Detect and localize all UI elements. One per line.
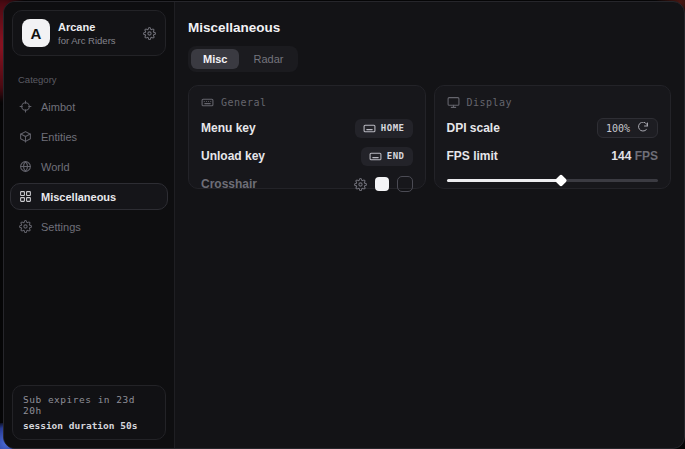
app-window: A Arcane for Arc Riders Category Aimbot (3, 1, 685, 449)
sidebar: A Arcane for Arc Riders Category Aimbot (4, 2, 175, 448)
sidebar-item-label: Entities (41, 131, 77, 143)
profile-gear-icon[interactable] (143, 27, 156, 40)
display-card: Display DPI scale 100% FPS limit 144 FPS (434, 85, 672, 189)
fps-unit: FPS (635, 149, 658, 163)
grid-icon (19, 190, 32, 203)
app-logo: A (22, 19, 50, 47)
sidebar-item-miscellaneous[interactable]: Miscellaneous (10, 183, 168, 210)
display-card-title: Display (467, 97, 513, 108)
sidebar-item-label: World (41, 161, 70, 173)
fps-number: 144 (611, 149, 631, 163)
crosshair-controls (354, 176, 413, 192)
fps-limit-slider[interactable] (447, 175, 659, 185)
unload-key-row: Unload key END (201, 147, 413, 165)
cube-icon (19, 130, 32, 143)
fps-slider-thumb[interactable] (554, 174, 567, 187)
tab-bar: Misc Radar (188, 46, 298, 72)
session-duration-text: session duration 50s (23, 420, 155, 431)
monitor-icon (447, 96, 460, 109)
profile-card[interactable]: A Arcane for Arc Riders (12, 10, 166, 56)
sidebar-item-aimbot[interactable]: Aimbot (10, 93, 168, 120)
sub-expiry-text: Sub expires in 23d 20h (23, 394, 155, 416)
menu-key-row: Menu key HOME (201, 119, 413, 137)
fps-slider-fill (447, 179, 561, 182)
unload-key-label: Unload key (201, 149, 265, 163)
app-name: Arcane (58, 21, 135, 33)
crosshair-row: Crosshair (201, 175, 413, 193)
sidebar-item-entities[interactable]: Entities (10, 123, 168, 150)
fps-limit-value: 144 FPS (611, 149, 658, 163)
dpi-scale-label: DPI scale (447, 121, 500, 135)
settings-cards-row: General Menu key HOME Unload key (188, 85, 671, 189)
unload-key-value: END (387, 151, 405, 161)
general-card-header: General (201, 96, 413, 109)
keyboard-icon (369, 150, 382, 163)
dpi-scale-control[interactable]: 100% (597, 118, 658, 138)
main-content: Miscellaneous Misc Radar General Menu ke… (175, 2, 684, 448)
fps-limit-label: FPS limit (447, 149, 498, 163)
crosshair-icon (19, 100, 32, 113)
category-label: Category (18, 74, 160, 85)
sidebar-item-settings[interactable]: Settings (10, 213, 168, 240)
menu-key-bind-button[interactable]: HOME (355, 119, 413, 138)
tab-radar[interactable]: Radar (241, 49, 295, 69)
globe-icon (19, 160, 32, 173)
gear-icon (19, 220, 32, 233)
crosshair-label: Crosshair (201, 177, 257, 191)
fps-limit-row: FPS limit 144 FPS (447, 147, 659, 165)
menu-key-value: HOME (381, 123, 405, 133)
subscription-status-card: Sub expires in 23d 20h session duration … (12, 385, 166, 440)
dpi-scale-row: DPI scale 100% (447, 119, 659, 137)
sidebar-nav: Aimbot Entities World Miscellaneous (4, 93, 174, 240)
sidebar-item-label: Aimbot (41, 101, 75, 113)
sidebar-item-label: Settings (41, 221, 81, 233)
refresh-icon (637, 122, 649, 134)
keyboard-icon (201, 96, 214, 109)
general-card-title: General (221, 97, 267, 108)
crosshair-color-swatch[interactable] (375, 177, 389, 191)
display-card-header: Display (447, 96, 659, 109)
profile-text: Arcane for Arc Riders (58, 21, 135, 46)
general-card: General Menu key HOME Unload key (188, 85, 426, 189)
sidebar-item-label: Miscellaneous (41, 191, 116, 203)
tab-misc[interactable]: Misc (191, 49, 239, 69)
sidebar-item-world[interactable]: World (10, 153, 168, 180)
page-title: Miscellaneous (188, 20, 671, 35)
crosshair-settings-gear-icon[interactable] (354, 178, 367, 191)
dpi-scale-value: 100% (606, 123, 630, 134)
crosshair-checkbox[interactable] (397, 176, 413, 192)
app-subtitle: for Arc Riders (58, 35, 135, 46)
keyboard-icon (363, 122, 376, 135)
menu-key-label: Menu key (201, 121, 256, 135)
unload-key-bind-button[interactable]: END (361, 147, 413, 166)
